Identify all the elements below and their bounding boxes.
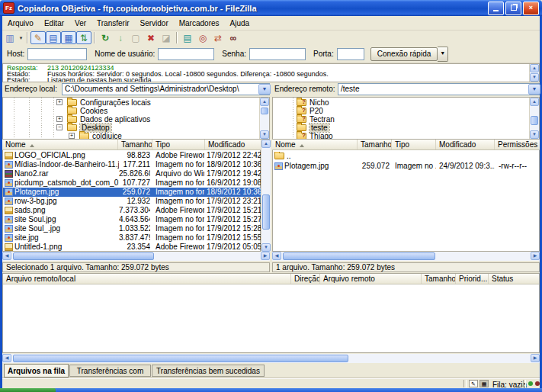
- menu-servidor[interactable]: Servidor: [134, 18, 173, 29]
- file-row[interactable]: Plotagem.jpg 259.072 Imagem no ... 24/9/…: [273, 162, 540, 171]
- start-button[interactable]: [0, 388, 56, 392]
- column-header-prioridade[interactable]: Priorid...: [456, 274, 489, 284]
- host-input[interactable]: [27, 48, 87, 60]
- fireworks-file-icon: [5, 243, 13, 251]
- restore-button[interactable]: [505, 2, 521, 15]
- remote-tree-scrollbar[interactable]: ▲ ▼: [529, 98, 539, 139]
- binary-indicator-icon: ▦: [479, 380, 489, 387]
- minimize-button[interactable]: [488, 2, 504, 15]
- file-row[interactable]: Nano2.rar 25.826.606 Arquivo do Win... 1…: [3, 169, 261, 178]
- abort-button[interactable]: [128, 31, 143, 44]
- image-file-icon: [5, 225, 13, 233]
- file-row[interactable]: Untitled-1.png 23.354 Adobe Firework... …: [3, 243, 261, 252]
- local-list-hscrollbar[interactable]: ◀ ▶: [2, 252, 270, 261]
- site-manager-dropdown[interactable]: ▾: [18, 35, 24, 41]
- updir-row[interactable]: ..: [273, 152, 540, 161]
- column-header-nome[interactable]: Nome: [272, 140, 358, 149]
- file-row[interactable]: LOGO_OFICIAL.png 98.823 Adobe Firework..…: [3, 151, 261, 160]
- file-row[interactable]: Mídias-Indoor-de-Banheiro-11.jpg 177.211…: [3, 160, 261, 169]
- refresh-icon: [101, 33, 109, 43]
- column-header-nome[interactable]: Nome: [2, 140, 118, 149]
- folder-icon: [79, 133, 89, 140]
- tree-item-coldiuice[interactable]: +coldiuice: [3, 132, 259, 140]
- tree-item-tectran[interactable]: Tectran: [273, 115, 529, 124]
- close-button[interactable]: ×: [523, 2, 539, 15]
- port-input[interactable]: [337, 48, 364, 60]
- remote-address-label: Endereço remoto:: [274, 85, 335, 93]
- tab-transferencias-bem-sucedidas[interactable]: Transferências bem sucedidas (1): [152, 365, 265, 377]
- column-header-status[interactable]: Status: [489, 274, 539, 284]
- toggle-remote-tree-button[interactable]: [61, 31, 76, 44]
- quickconnect-button[interactable]: Conexão rápida: [370, 47, 438, 61]
- tab-transferencias-com-falha[interactable]: Transferências com falha: [69, 365, 151, 377]
- menu-ver[interactable]: Ver: [69, 18, 91, 29]
- tree-item-configuracoes-locais[interactable]: +Configurações locais: [3, 98, 259, 107]
- column-header-direcao[interactable]: Direção: [291, 274, 320, 284]
- local-list-header: Nome Tamanho Tipo Modificado: [2, 140, 261, 150]
- clear-queue-button[interactable]: [159, 31, 174, 44]
- toggle-local-tree-button[interactable]: [46, 31, 61, 44]
- column-header-arquivo-remoto[interactable]: Arquivo remoto: [320, 274, 422, 284]
- password-input[interactable]: [249, 48, 306, 60]
- process-queue-button[interactable]: [113, 31, 128, 44]
- local-address-dropdown-icon[interactable]: ▼: [258, 84, 271, 95]
- column-header-tipo[interactable]: Tipo: [392, 140, 436, 149]
- refresh-button[interactable]: [98, 31, 113, 44]
- local-list-vscrollbar[interactable]: ▲ ▼: [261, 140, 271, 252]
- toggle-queue-button[interactable]: [76, 31, 91, 44]
- menu-ajuda[interactable]: Ajuda: [225, 18, 255, 29]
- find-button[interactable]: [226, 31, 241, 44]
- tree-item-desktop[interactable]: −Desktop: [3, 124, 259, 132]
- file-row[interactable]: picdump_catsmob_dot_com_0120... 107.727 …: [3, 178, 261, 188]
- tab-arquivos-na-fila[interactable]: Arquivos na fila: [4, 364, 69, 378]
- tree-item-thiago[interactable]: Thiago: [273, 132, 529, 140]
- column-header-modificado[interactable]: Modificado: [436, 140, 495, 149]
- tree-item-teste[interactable]: teste: [273, 124, 529, 132]
- file-row[interactable]: site Soul_.jpg 1.033.522 Imagem no for..…: [3, 224, 261, 233]
- remote-address-combo[interactable]: /teste: [338, 83, 540, 95]
- tree-item-p20[interactable]: P20: [273, 107, 529, 115]
- username-input[interactable]: [158, 48, 214, 60]
- compare-directories-button[interactable]: [195, 31, 210, 44]
- column-header-tamanho[interactable]: Tamanho: [422, 274, 456, 284]
- local-address-combo[interactable]: C:\Documents and Settings\Administrador\…: [62, 83, 270, 95]
- menu-editar[interactable]: Editar: [39, 18, 69, 29]
- queue-hscrollbar[interactable]: ◀ ▶: [2, 354, 540, 363]
- toggle-message-log-button[interactable]: [30, 31, 46, 44]
- menu-transferir[interactable]: Transferir: [91, 18, 134, 29]
- file-row[interactable]: site Soul.jpg 4.643.564 Imagem no for...…: [3, 215, 261, 224]
- toolbar-separator: [176, 32, 178, 43]
- file-row[interactable]: sads.png 7.373.304 Adobe Firework... 17/…: [3, 206, 261, 215]
- tree-item-nicho[interactable]: Nicho: [273, 98, 529, 107]
- local-status-text: Selecionado 1 arquivo. Tamanho: 259.072 …: [2, 262, 270, 272]
- log-scrollbar[interactable]: ▲ ▼: [529, 64, 539, 82]
- title-bar[interactable]: Fz Copiadora OBjetiva - ftp.copiadoraobj…: [0, 0, 542, 16]
- local-tree-scrollbar[interactable]: ▲ ▼: [259, 98, 269, 139]
- column-header-arquivo-remoto-local[interactable]: Arquivo remoto/local: [3, 274, 291, 284]
- remote-status-text: 1 arquivo. Tamanho: 259.072 bytes: [272, 262, 540, 272]
- menu-arquivo[interactable]: Arquivo: [2, 18, 39, 29]
- tree-item-cookies[interactable]: Cookies: [3, 107, 259, 115]
- file-row[interactable]: row-3-bg.jpg 12.932 Imagem no for... 17/…: [3, 197, 261, 206]
- windows-taskbar[interactable]: [0, 388, 542, 392]
- column-header-tipo[interactable]: Tipo: [152, 140, 205, 149]
- disconnect-button[interactable]: [143, 31, 159, 44]
- column-header-modificado[interactable]: Modificado: [205, 140, 261, 149]
- quickconnect-dropdown[interactable]: ▼: [438, 47, 448, 62]
- remote-address-dropdown-icon[interactable]: ▼: [528, 84, 540, 95]
- column-header-tamanho[interactable]: Tamanho: [358, 140, 392, 149]
- column-header-permissoes[interactable]: Permissões: [495, 140, 540, 149]
- menu-marcadores[interactable]: Marcadores: [174, 18, 225, 29]
- unexplored-folder-icon: [297, 108, 306, 114]
- site-manager-button[interactable]: [2, 31, 18, 44]
- remote-tree-icon: [64, 33, 72, 43]
- column-header-tamanho[interactable]: Tamanho: [118, 140, 152, 149]
- file-row-selected[interactable]: Plotagem.jpg 259.072 Imagem no for... 18…: [3, 188, 261, 197]
- quickconnect-bar: Host: Nome de usuário: Senha: Porta: Con…: [2, 45, 540, 63]
- remote-list-hscrollbar[interactable]: ◀ ▶: [272, 252, 540, 261]
- filter-button[interactable]: [180, 31, 195, 44]
- synchronized-browsing-button[interactable]: [210, 31, 226, 44]
- tree-item-dados-de-aplicativos[interactable]: +Dados de aplicativos: [3, 115, 259, 124]
- local-address-label: Endereço local:: [5, 85, 57, 93]
- file-row[interactable]: site.jpg 3.837.479 Imagem no for... 17/9…: [3, 233, 261, 243]
